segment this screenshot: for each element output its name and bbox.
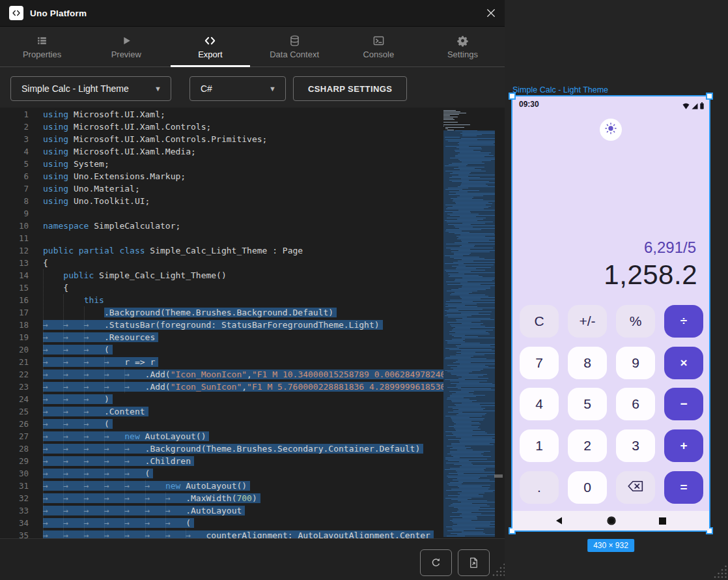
code-line: 3using Microsoft.UI.Xaml.Controls.Primit… [0,133,505,145]
key-C[interactable]: C [520,305,559,338]
sun-icon [604,122,617,138]
language-dropdown-value: C# [201,83,212,94]
key-5[interactable]: 5 [568,388,607,420]
wifi-icon [682,100,690,112]
code-line: 6using Uno.Extensions.Markup; [0,170,505,182]
resize-grip[interactable] [713,564,727,580]
minimap[interactable] [443,108,505,538]
code-lines: 1using Microsoft.UI.Xaml;2using Microsof… [0,108,505,538]
code-line: 16 this [0,294,505,306]
code-line: 27→ → → → new AutoLayout() [0,430,505,442]
key-9[interactable]: 9 [616,347,655,379]
tab-console[interactable]: Console [337,27,421,66]
key-4[interactable]: 4 [520,388,559,420]
android-nav-bar [512,511,709,530]
key-%[interactable]: % [616,305,655,338]
code-line: 32→ → → → → → → .MaxWidth(700) [0,492,505,504]
code-editor[interactable]: 1using Microsoft.UI.Xaml;2using Microsof… [0,108,505,538]
tab-preview[interactable]: Preview [84,27,168,66]
uno-logo-icon [9,6,23,20]
export-file-button[interactable] [458,549,490,576]
code-line: 18→ → → .StatusBar(foreground: StatusBar… [0,319,505,331]
status-time: 09:30 [519,100,539,109]
code-line: 1using Microsoft.UI.Xaml; [0,108,505,121]
code-line: 31→ → → → → → new AutoLayout() [0,480,505,492]
console-icon [372,34,385,47]
key-6[interactable]: 6 [616,388,655,420]
footer-bar [0,538,505,580]
key-=[interactable]: = [664,471,703,504]
key-+[interactable]: + [664,429,703,462]
tab-settings[interactable]: Settings [421,27,505,66]
refresh-button[interactable] [420,549,452,576]
key-−[interactable]: − [664,388,703,420]
csharp-settings-button[interactable]: CSHARP SETTINGS [293,76,407,101]
code-line: 19→ → → .Resources [0,331,505,343]
key-1[interactable]: 1 [520,429,559,462]
selected-element-label: Simple Calc - Light Theme [512,85,608,94]
component-dropdown-value: Simple Calc - Light Theme [21,83,129,94]
uno-platform-devtools: Uno Platform PropertiesPreviewExportData… [0,0,728,580]
code-line: 26→ → → ( [0,418,505,430]
tab-data-context[interactable]: Data Context [253,27,337,66]
cellular-icon [692,100,698,112]
code-line: 23→ → → → → .Add("Icon_SunIcon","F1 M 5.… [0,381,505,393]
size-badge: 430 × 932 [587,539,634,552]
phone-preview[interactable]: 09:30 6,291/5 1,258.2 C+/-%÷789×456−123+… [511,95,710,532]
vertical-scrollbar[interactable] [494,474,503,478]
gear-icon [456,34,469,47]
devtools-window: Uno Platform PropertiesPreviewExportData… [0,0,505,580]
code-line: 7using Uno.Material; [0,182,505,195]
theme-toggle-button[interactable] [600,119,622,141]
code-line: 2using Microsoft.UI.Xaml.Controls; [0,121,505,133]
tab-properties[interactable]: Properties [0,27,84,66]
key-0[interactable]: 0 [568,471,607,504]
code-line: 29→ → → → → .Children [0,455,505,467]
close-icon[interactable] [485,7,497,19]
status-bar: 09:30 [512,96,709,112]
key-÷[interactable]: ÷ [664,305,703,338]
key-7[interactable]: 7 [520,347,559,379]
preview-canvas: Simple Calc - Light Theme 09:30 6,291/5 … [505,0,728,580]
export-toolbar: Simple Calc - Light Theme ▼ C# ▼ CSHARP … [0,67,505,108]
code-line: 30→ → → → → ( [0,467,505,480]
tab-export[interactable]: Export [168,27,252,66]
code-line: 15 { [0,282,505,294]
title-bar: Uno Platform [0,0,505,27]
code-line: 14 public Simple_Calc_Light_Theme() [0,269,505,282]
code-line: 34→ → → → → → → ( [0,517,505,529]
code-line: 21→ → → → r => r [0,356,505,368]
key-dot[interactable]: . [520,471,559,504]
component-dropdown[interactable]: Simple Calc - Light Theme ▼ [10,76,171,101]
database-icon [288,34,301,47]
code-line: 35→ → → → → → → → counterAlignment: Auto… [0,529,505,538]
home-icon[interactable] [606,515,617,526]
code-line: 28→ → → → → .Background(Theme.Brushes.Se… [0,442,505,455]
tab-bar: PropertiesPreviewExportData ContextConso… [0,27,505,67]
code-line: 5using System; [0,158,505,170]
window-title: Uno Platform [30,8,87,18]
code-line: 25→ → → .Content [0,405,505,418]
calculator-keypad: C+/-%÷789×456−123+.0= [520,305,703,504]
code-line: 20→ → → ( [0,343,505,356]
calc-expression: 6,291/5 [644,239,696,257]
key-×[interactable]: × [664,347,703,379]
code-line: 22→ → → → → .Add("Icon_MoonIcon","F1 M 1… [0,368,505,381]
key-8[interactable]: 8 [568,347,607,379]
key-2[interactable]: 2 [568,429,607,462]
code-line: 24→ → → ) [0,393,505,405]
key-backspace[interactable] [616,471,655,504]
code-line: 13{ [0,257,505,269]
key-3[interactable]: 3 [616,429,655,462]
code-line: 17 .Background(Theme.Brushes.Background.… [0,306,505,319]
language-dropdown[interactable]: C# ▼ [189,76,286,101]
code-line: 9 [0,207,505,220]
resize-grip[interactable] [492,562,505,579]
list-icon [36,34,48,47]
recent-icon[interactable] [658,517,667,525]
code-line: 33→ → → → → → → .AutoLayout [0,504,505,517]
back-icon[interactable] [555,516,564,525]
battery-icon [700,100,704,112]
chevron-down-icon: ▼ [269,85,276,93]
key-+/-[interactable]: +/- [568,305,607,338]
